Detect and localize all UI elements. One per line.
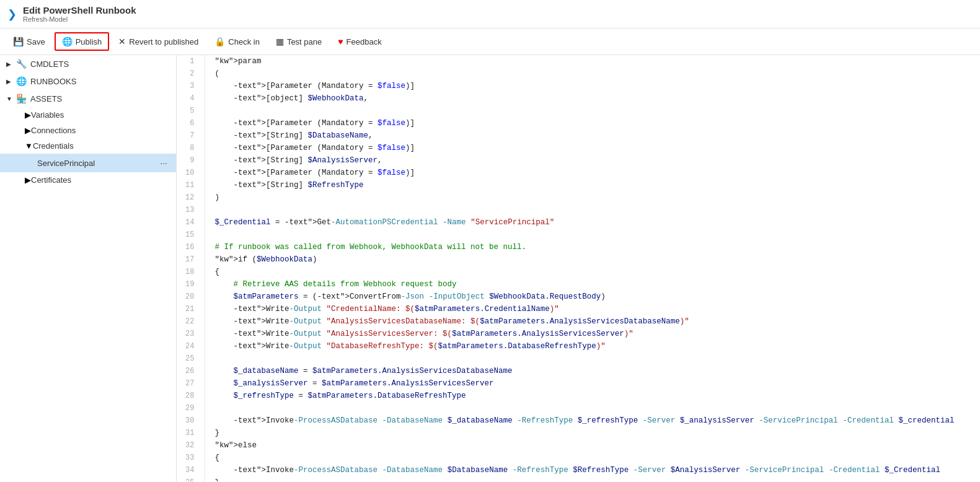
feedback-icon: ♥	[338, 37, 343, 46]
line-number: 29	[177, 402, 205, 414]
expand-icon: ▶	[25, 110, 31, 120]
azure-icon: ❯	[7, 7, 17, 21]
line-code: -text">Invoke-ProcessASDatabase -Databas…	[205, 414, 980, 427]
line-number: 22	[177, 315, 205, 328]
table-row: 16 # If runbook was called from Webhook,…	[177, 241, 980, 253]
line-number: 35	[177, 476, 205, 481]
feedback-button[interactable]: ♥ Feedback	[331, 33, 388, 50]
sidebar-item-credentials[interactable]: ▼ Credentials	[0, 138, 176, 154]
sidebar-label-cmdlets: CMDLETS	[30, 59, 69, 69]
line-code: -text">Write-Output "CredentialName: $($…	[205, 303, 980, 315]
table-row: 17 "kw">if ($WebhookData)	[177, 253, 980, 266]
table-row: 18 {	[177, 266, 980, 278]
sidebar-item-assets[interactable]: ▼ 🏪 ASSETS	[0, 90, 176, 107]
line-code: )	[205, 191, 980, 204]
line-number: 5	[177, 105, 205, 117]
line-code: -text">[String] $RefreshType	[205, 179, 980, 191]
line-code	[205, 353, 980, 365]
more-options-button[interactable]: ···	[157, 157, 170, 169]
line-code: -text">[Parameter (Mandatory = $false)]	[205, 117, 980, 129]
line-code: -text">[String] $DatabaseName,	[205, 129, 980, 142]
table-row: 1 "kw">param	[177, 55, 980, 68]
line-code: $_analysisServer = $atmParameters.Analys…	[205, 377, 980, 390]
sidebar-item-runbooks[interactable]: ▶ 🌐 RUNBOOKS	[0, 72, 176, 90]
line-number: 21	[177, 303, 205, 315]
save-icon: 💾	[13, 37, 24, 46]
line-number: 1	[177, 55, 205, 68]
table-row: 23 -text">Write-Output "AnalysisServices…	[177, 328, 980, 340]
line-number: 2	[177, 68, 205, 80]
line-number: 27	[177, 377, 205, 390]
testpane-button[interactable]: ▦ Test pane	[269, 33, 329, 50]
line-code	[205, 105, 980, 117]
table-row: 27 $_analysisServer = $atmParameters.Ana…	[177, 377, 980, 390]
line-number: 9	[177, 154, 205, 167]
line-number: 15	[177, 229, 205, 241]
line-code: "kw">else	[205, 439, 980, 452]
table-row: 4 -text">[object] $WebhookData,	[177, 92, 980, 105]
line-code: (	[205, 68, 980, 80]
line-code: -text">[Parameter (Mandatory = $false)]	[205, 80, 980, 92]
line-code: $_databaseName = $atmParameters.Analysis…	[205, 365, 980, 377]
main-layout: ▶ 🔧 CMDLETS ▶ 🌐 RUNBOOKS ▼ 🏪 ASSETS ▶ Va…	[0, 55, 980, 481]
line-number: 13	[177, 204, 205, 216]
toolbar: 💾 Save 🌐 Publish ✕ Revert to published 🔒…	[0, 28, 980, 55]
line-number: 26	[177, 365, 205, 377]
line-number: 8	[177, 142, 205, 154]
table-row: 13	[177, 204, 980, 216]
publish-button[interactable]: 🌐 Publish	[55, 32, 110, 51]
table-row: 12 )	[177, 191, 980, 204]
table-row: 8 -text">[Parameter (Mandatory = $false)…	[177, 142, 980, 154]
line-number: 12	[177, 191, 205, 204]
line-number: 32	[177, 439, 205, 452]
line-number: 28	[177, 390, 205, 402]
line-number: 4	[177, 92, 205, 105]
sidebar-label-connections: Connections	[31, 126, 76, 135]
table-row: 28 $_refreshType = $atmParameters.Databa…	[177, 390, 980, 402]
checkin-icon: 🔒	[214, 37, 225, 46]
sidebar-item-certificates[interactable]: ▶ Certificates	[0, 172, 176, 188]
table-row: 35 }	[177, 476, 980, 481]
line-number: 31	[177, 427, 205, 439]
line-code: -text">[object] $WebhookData,	[205, 92, 980, 105]
table-row: 7 -text">[String] $DatabaseName,	[177, 129, 980, 142]
code-table: 1 "kw">param 2 ( 3 -text">[Parameter (Ma…	[177, 55, 980, 481]
line-code: -text">Write-Output "AnalysisServicesSer…	[205, 328, 980, 340]
save-button[interactable]: 💾 Save	[6, 33, 52, 50]
revert-button[interactable]: ✕ Revert to published	[112, 33, 205, 50]
line-code: -text">[Parameter (Mandatory = $false)]	[205, 167, 980, 179]
expand-icon: ▶	[25, 126, 31, 135]
line-code: -text">[Parameter (Mandatory = $false)]	[205, 142, 980, 154]
sidebar-item-variables[interactable]: ▶ Variables	[0, 107, 176, 123]
page-header: ❯ Edit PowerShell Runbook Refresh-Model	[0, 0, 980, 28]
table-row: 20 $atmParameters = (-text">ConvertFrom-…	[177, 291, 980, 303]
table-row: 14 $_Credential = -text">Get-AutomationP…	[177, 216, 980, 229]
line-code: }	[205, 476, 980, 481]
sidebar-label-assets: ASSETS	[30, 94, 62, 103]
line-code: }	[205, 427, 980, 439]
line-number: 10	[177, 167, 205, 179]
table-row: 25	[177, 353, 980, 365]
table-row: 2 (	[177, 68, 980, 80]
table-row: 33 {	[177, 452, 980, 464]
table-row: 5	[177, 105, 980, 117]
sidebar-label-serviceprincipal: ServicePrincipal	[37, 159, 95, 168]
assets-icon: 🏪	[16, 94, 27, 103]
table-row: 3 -text">[Parameter (Mandatory = $false)…	[177, 80, 980, 92]
line-number: 18	[177, 266, 205, 278]
sidebar-item-cmdlets[interactable]: ▶ 🔧 CMDLETS	[0, 55, 176, 72]
line-number: 30	[177, 414, 205, 427]
sidebar-label-credentials: Credentials	[33, 141, 74, 151]
table-row: 26 $_databaseName = $atmParameters.Analy…	[177, 365, 980, 377]
line-number: 25	[177, 353, 205, 365]
checkin-button[interactable]: 🔒 Check in	[208, 33, 267, 50]
expand-icon: ▶	[6, 78, 16, 85]
sidebar-item-connections[interactable]: ▶ Connections	[0, 123, 176, 138]
sidebar-item-serviceprincipal[interactable]: ServicePrincipal ···	[0, 154, 176, 172]
line-number: 19	[177, 278, 205, 291]
code-editor[interactable]: 1 "kw">param 2 ( 3 -text">[Parameter (Ma…	[177, 55, 980, 481]
page-title: Edit PowerShell Runbook	[23, 5, 136, 15]
table-row: 21 -text">Write-Output "CredentialName: …	[177, 303, 980, 315]
table-row: 24 -text">Write-Output "DatabaseRefreshT…	[177, 340, 980, 353]
runbooks-icon: 🌐	[16, 76, 27, 86]
